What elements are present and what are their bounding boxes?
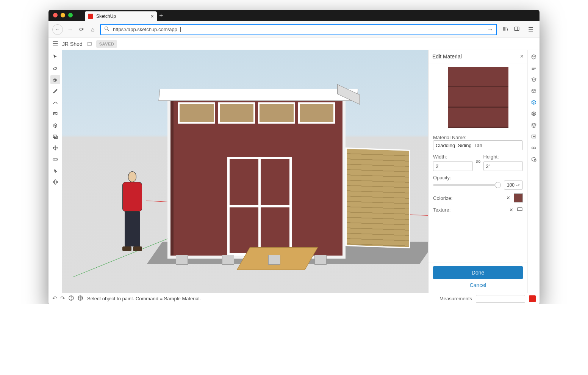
svg-point-30 (532, 147, 533, 149)
clear-texture-icon[interactable]: × (510, 207, 513, 213)
svg-point-11 (55, 79, 56, 80)
offset-tool[interactable] (50, 132, 60, 141)
home-button[interactable]: ⌂ (89, 26, 97, 33)
texture-label: Texture: (433, 207, 450, 213)
svg-point-22 (54, 180, 56, 184)
arc-tool[interactable] (50, 98, 60, 107)
colorize-swatch[interactable] (514, 193, 523, 202)
search-icon (104, 26, 110, 33)
menu-icon[interactable]: ☰ (528, 26, 533, 33)
help-icon[interactable] (68, 295, 74, 302)
svg-rect-23 (518, 208, 522, 211)
edit-material-panel: Edit Material × Material Name: Width: (428, 50, 527, 293)
svg-point-31 (534, 147, 536, 149)
pencil-tool[interactable] (50, 86, 60, 96)
done-button[interactable]: Done (433, 266, 523, 279)
redo-icon[interactable]: ↷ (60, 295, 65, 302)
sidebar-icon[interactable] (514, 26, 520, 33)
clerestory-windows (178, 102, 335, 124)
pier-blocks (176, 255, 327, 265)
svg-point-21 (53, 181, 58, 183)
texture-browse-icon[interactable] (517, 206, 523, 213)
go-arrow-icon[interactable]: → (487, 26, 493, 33)
save-status-badge: SAVED (96, 40, 117, 48)
opacity-value[interactable]: 100▴▾ (504, 180, 523, 190)
status-hint: Select object to paint. Command = Sample… (87, 296, 201, 301)
material-name-label: Material Name: (433, 135, 523, 140)
instructor-icon[interactable] (531, 65, 537, 73)
forward-button[interactable]: → (66, 26, 74, 33)
pushpull-tool[interactable] (50, 121, 60, 130)
move-tool[interactable] (50, 143, 60, 152)
measurements-input[interactable] (476, 295, 525, 303)
workspace: Edit Material × Material Name: Width: (48, 50, 540, 293)
roof-side (337, 84, 360, 105)
svg-marker-29 (533, 136, 535, 137)
layers-icon[interactable] (531, 122, 537, 130)
styles-icon[interactable] (531, 111, 537, 118)
browser-window: SketchUp × + ← → ⟳ ⌂ https://app.sketchu… (48, 10, 540, 304)
learn-icon[interactable] (531, 77, 537, 84)
link-aspect-icon[interactable] (475, 159, 481, 166)
close-panel-icon[interactable]: × (520, 53, 524, 60)
svg-point-0 (105, 27, 108, 30)
address-bar[interactable]: https://app.sketchup.com/app → (100, 24, 497, 35)
panel-header: Edit Material × (428, 50, 527, 63)
display-icon[interactable] (531, 145, 537, 152)
tape-tool[interactable] (50, 155, 60, 164)
sketchup-app: ☰ JR Shed SAVED (48, 38, 540, 304)
url-text: https://app.sketchup.com/app (113, 27, 177, 32)
undo-icon[interactable]: ↶ (52, 295, 57, 302)
colorize-label: Colorize: (433, 195, 452, 201)
library-icon[interactable] (502, 26, 508, 33)
soften-icon[interactable] (531, 156, 537, 164)
zoom-window[interactable] (68, 13, 73, 17)
browser-tab[interactable]: SketchUp × (85, 11, 157, 21)
clear-colorize-icon[interactable]: × (507, 195, 510, 201)
open-folder-icon[interactable] (86, 40, 92, 48)
left-toolbar (48, 50, 62, 293)
model-viewport[interactable] (62, 50, 428, 293)
orbit-tool[interactable] (50, 177, 60, 187)
cancel-button[interactable]: Cancel (433, 282, 523, 288)
scale-figure (119, 171, 145, 251)
url-bar: ← → ⟳ ⌂ https://app.sketchup.com/app → ☰ (48, 21, 540, 38)
height-label: Height: (483, 154, 523, 160)
materials-icon[interactable] (531, 99, 537, 107)
back-button[interactable]: ← (52, 24, 63, 35)
close-window[interactable] (53, 13, 58, 17)
geolocation-icon[interactable] (77, 295, 83, 302)
text-cursor (180, 27, 181, 32)
svg-point-34 (71, 299, 71, 300)
window-controls (53, 13, 73, 17)
app-menu-icon[interactable]: ☰ (52, 40, 58, 48)
z-axis (151, 50, 151, 293)
svg-point-10 (54, 79, 54, 80)
opacity-slider[interactable] (433, 184, 501, 186)
measurements-label: Measurements (439, 296, 472, 301)
new-tab-button[interactable]: + (159, 12, 163, 20)
entity-info-icon[interactable] (531, 54, 537, 61)
tab-title: SketchUp (96, 14, 116, 19)
select-tool[interactable] (50, 52, 60, 61)
file-name: JR Shed (62, 41, 83, 47)
height-input[interactable] (483, 161, 523, 171)
barn-doors (227, 157, 292, 256)
tab-close-icon[interactable]: × (151, 13, 154, 19)
sketchup-logo-icon (529, 295, 536, 302)
paint-tool[interactable] (50, 75, 60, 84)
app-topbar: ☰ JR Shed SAVED (48, 38, 540, 50)
walk-tool[interactable] (50, 166, 60, 175)
components-icon[interactable] (531, 88, 537, 96)
material-name-input[interactable] (433, 140, 523, 150)
width-input[interactable] (433, 161, 473, 171)
right-tray (527, 50, 540, 293)
tab-strip: SketchUp × + (48, 10, 540, 21)
rectangle-tool[interactable] (50, 109, 60, 118)
scenes-icon[interactable] (531, 133, 537, 141)
eraser-tool[interactable] (50, 64, 60, 73)
reload-button[interactable]: ⟳ (77, 26, 86, 33)
minimize-window[interactable] (61, 13, 65, 17)
wood-leanto (346, 147, 410, 248)
svg-line-5 (507, 27, 508, 31)
